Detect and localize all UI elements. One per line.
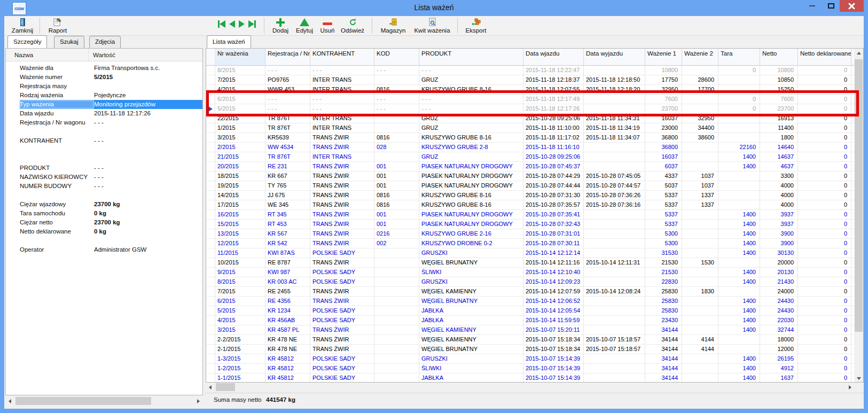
table-row[interactable]: 4/2015WWR 453INTER TRANS0816KRUSZYWO GRU… bbox=[206, 85, 863, 95]
column-header[interactable]: Nr ważenia bbox=[215, 49, 265, 65]
detail-row[interactable]: Netto deklarowane0 kg bbox=[6, 227, 202, 236]
column-header[interactable]: Ważenie 1 bbox=[645, 49, 682, 65]
scroll-down-icon[interactable] bbox=[854, 374, 863, 383]
table-row[interactable]: 15/2015RT 453TRANS ŻWIR001PIASEK NATURAL… bbox=[206, 220, 863, 229]
table-row[interactable]: 19/2015TY 765TRANS ŻWIR001PIASEK NATURAL… bbox=[206, 181, 863, 191]
column-header[interactable]: KOD bbox=[374, 49, 419, 65]
table-row[interactable]: 2-1/2015KR 478 NETRANS ŻWIRWĘGIEL BRUNAT… bbox=[206, 345, 863, 354]
table-row[interactable]: 10/2015RE 8787TRANS ŻWIRWĘGIEL BRUNATNY2… bbox=[206, 258, 863, 268]
table-row[interactable]: 4/2015KR 456ABPOLSKIE SADYJABŁKA2015-10-… bbox=[206, 316, 863, 325]
table-row[interactable]: 2-2/2015KR 478 NETRANS ŻWIRWĘGIEL KAMIEN… bbox=[206, 335, 863, 345]
detail-row[interactable]: Data wjazdu2015-11-18 12:17:26 bbox=[6, 109, 202, 118]
row-gutter bbox=[206, 306, 215, 315]
raport-button[interactable]: Raport bbox=[45, 17, 71, 35]
column-header[interactable]: KONTRAHENT bbox=[310, 49, 374, 65]
detail-row[interactable] bbox=[6, 127, 202, 136]
column-header[interactable]: Tara bbox=[718, 49, 760, 65]
table-row[interactable]: 6/2015RE 4356TRANS ŻWIRWĘGIEL BRUNATNY20… bbox=[206, 297, 863, 306]
detail-row[interactable]: Ważenie dlaFirma Transportowa s.c. bbox=[6, 64, 202, 73]
table-row[interactable]: 16/2015RT 345TRANS ŻWIR001PIASEK NATURAL… bbox=[206, 210, 863, 220]
detail-row[interactable]: Typ ważeniaMonitoring przejazdów bbox=[6, 100, 202, 109]
edytuj-button[interactable]: Edytuj bbox=[293, 17, 316, 35]
detail-row[interactable]: NAZWISKO KIEROWCY- - - bbox=[6, 173, 202, 182]
detail-row[interactable] bbox=[6, 154, 202, 163]
first-record-button[interactable] bbox=[218, 20, 225, 28]
table-cell: 2015-10-28 07:44:29 bbox=[523, 172, 584, 181]
scroll-up-icon[interactable] bbox=[854, 49, 863, 58]
table-row[interactable]: 13/2015KR 567TRANS ŻWIR0216KRUSZYWO GRUB… bbox=[206, 229, 863, 239]
detail-row[interactable]: Ciężar netto23700 kg bbox=[6, 218, 202, 227]
column-header[interactable]: Data wjazdu bbox=[523, 49, 584, 65]
eksport-button[interactable]: Eksport bbox=[463, 17, 489, 35]
detail-row[interactable]: Rejestracja masy bbox=[6, 82, 202, 91]
close-button[interactable] bbox=[840, 0, 864, 12]
detail-row[interactable]: Ciężar wjazdowy23700 kg bbox=[6, 200, 202, 209]
table-hscroll-thumb[interactable] bbox=[216, 383, 235, 391]
column-header[interactable]: Rejestracja / Nr bbox=[265, 49, 310, 65]
scroll-right-icon[interactable] bbox=[194, 396, 203, 406]
zamknij-button[interactable]: Zamknij bbox=[9, 17, 36, 35]
table-row[interactable]: 22/2015TR 876TINTER TRANSGRUZ2015-10-28 … bbox=[206, 114, 863, 123]
table-row[interactable]: 1-2/2015KR 45812POLSKIE SADYŚLIWKI2015-1… bbox=[206, 364, 863, 373]
table-row[interactable]: 5/2015- - -- - -- - -- - -2015-11-18 12:… bbox=[206, 104, 863, 114]
detail-row[interactable]: Tara samochodu0 kg bbox=[6, 209, 202, 218]
table-row[interactable]: 11/2015KWI 87ASPOLSKIE SADYGRUSZKI2015-1… bbox=[206, 248, 863, 258]
table-row[interactable]: 6/2015- - -- - -- - -- - -2015-11-18 12:… bbox=[206, 95, 863, 104]
table-row[interactable]: 20/2015RE 231TRANS ŻWIR001PIASEK NATURAL… bbox=[206, 162, 863, 172]
column-header[interactable]: Netto bbox=[760, 49, 798, 65]
table-row[interactable]: 2/2015WW 4534TRANS ŻWIR028KRUSZYWO GRUBE… bbox=[206, 143, 863, 152]
detail-row[interactable]: Rejestracja / Nr wagonu- - - bbox=[6, 118, 202, 127]
column-header[interactable]: Ważenie 2 bbox=[682, 49, 718, 65]
last-record-button[interactable] bbox=[248, 20, 256, 28]
table-row[interactable]: 8/2015KR 003 ACPOLSKIE SADYGRUSZKI2015-1… bbox=[206, 277, 863, 287]
prev-record-button[interactable] bbox=[229, 20, 235, 28]
scroll-left-icon[interactable] bbox=[206, 383, 215, 392]
table-row[interactable]: 7/2015PO9765INTER TRANSGRUZ2015-11-18 12… bbox=[206, 75, 863, 85]
detail-row[interactable] bbox=[6, 236, 202, 245]
minimize-button[interactable] bbox=[801, 0, 823, 12]
table-vscroll-thumb[interactable] bbox=[855, 59, 863, 332]
column-header[interactable]: Data wyjazdu bbox=[584, 49, 645, 65]
table-row[interactable]: 18/2015KR 667TRANS ŻWIR001PIASEK NATURAL… bbox=[206, 172, 863, 181]
tab-szukaj[interactable]: Szukaj bbox=[54, 36, 84, 48]
table-row[interactable]: 1-1/2015KR 45812POLSKIE SADYJABŁKA2015-1… bbox=[206, 373, 863, 383]
table-row[interactable]: 8/2015- - -- - -- - -- - -2015-11-18 12:… bbox=[206, 66, 863, 75]
detail-row[interactable] bbox=[6, 145, 202, 154]
detail-row[interactable]: OperatorAdministrator GSW bbox=[6, 245, 202, 254]
column-header[interactable]: Netto deklarowane bbox=[798, 49, 851, 65]
table-hscrollbar[interactable] bbox=[206, 383, 855, 392]
scroll-right-icon[interactable] bbox=[846, 383, 855, 392]
detail-row[interactable]: NUMER BUDOWY- - - bbox=[6, 182, 202, 191]
table-row[interactable]: 17/2015WE 345TRANS ŻWIR0816KRUSZYWO GRUB… bbox=[206, 200, 863, 210]
table-row[interactable]: 12/2015KR 542TRANS ŻWIR002KRUSZYWO DROBN… bbox=[206, 239, 863, 248]
magazyn-button[interactable]: Magazyn bbox=[377, 17, 409, 35]
odswiez-button[interactable]: Odśwież bbox=[339, 17, 366, 35]
detail-row[interactable]: KONTRAHENT- - - bbox=[6, 136, 202, 145]
usun-button[interactable]: Usuń bbox=[317, 17, 338, 35]
detail-row[interactable]: Ważenie numer5/2015 bbox=[6, 73, 202, 82]
table-row[interactable]: 21/2015TR 876TINTER TRANSGRUZ2015-10-28 … bbox=[206, 152, 863, 162]
detail-row[interactable]: Rodzaj ważeniaPojedyncze bbox=[6, 91, 202, 100]
table-row[interactable]: 3/2015KR 4587 PLTRANS ŻWIRWĘGIEL KAMIENN… bbox=[206, 325, 863, 335]
details-hscroll-thumb[interactable] bbox=[15, 397, 151, 405]
table-vscrollbar[interactable] bbox=[854, 49, 863, 383]
details-hscrollbar[interactable] bbox=[5, 396, 203, 406]
detail-row[interactable]: PRODUKT- - - bbox=[6, 163, 202, 173]
tab-zdjęcia[interactable]: Zdjęcia bbox=[89, 36, 121, 48]
column-header[interactable]: PRODUKT bbox=[419, 49, 523, 65]
table-row[interactable]: 1/2015TR 876TINTER TRANSGRUZ2015-11-18 1… bbox=[206, 123, 863, 133]
tab-szczegóły[interactable]: Szczegóły bbox=[7, 35, 47, 48]
maximize-button[interactable] bbox=[823, 0, 840, 12]
dodaj-button[interactable]: Dodaj bbox=[269, 17, 292, 35]
tab-lista-wazen[interactable]: Lista ważeń bbox=[207, 35, 251, 48]
detail-row[interactable] bbox=[6, 191, 202, 200]
next-record-button[interactable] bbox=[239, 20, 245, 28]
kwit-wazenia-button[interactable]: Kwit ważenia bbox=[411, 17, 453, 35]
table-row[interactable]: 1-3/2015KR 45812POLSKIE SADYGRUSZKI2015-… bbox=[206, 354, 863, 364]
table-row[interactable]: 3/2015KR5639TRANS ŻWIR0816KRUSZYWO GRUBE… bbox=[206, 133, 863, 143]
scroll-left-icon[interactable] bbox=[5, 396, 14, 406]
table-row[interactable]: 14/2015JJ 675TRANS ŻWIR0816KRUSZYWO GRUB… bbox=[206, 191, 863, 200]
table-row[interactable]: 7/2015RE 2455TRANS ŻWIRWĘGIEL KAMIENNY20… bbox=[206, 287, 863, 297]
table-row[interactable]: 9/2015KWI 987POLSKIE SADYŚLIWKI2015-10-1… bbox=[206, 268, 863, 277]
table-row[interactable]: 5/2015KR 1234POLSKIE SADYJABŁKA2015-10-1… bbox=[206, 306, 863, 316]
